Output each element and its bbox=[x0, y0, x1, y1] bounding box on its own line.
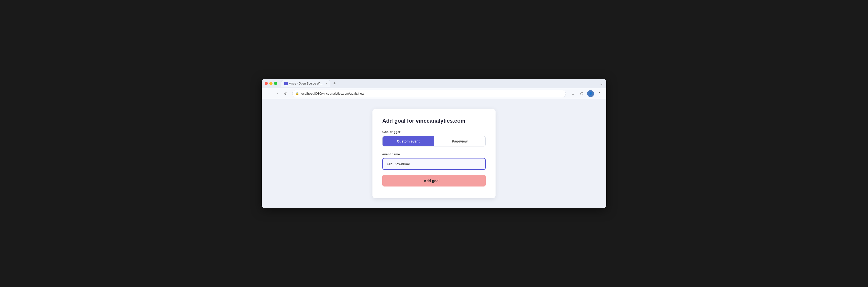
goal-trigger-label: Goal trigger bbox=[382, 130, 486, 134]
custom-event-button[interactable]: Custom event bbox=[382, 136, 434, 146]
title-bar: vince · Open Source Web Ana × + ⌄ bbox=[262, 79, 606, 88]
tab-title: vince · Open Source Web Ana bbox=[289, 82, 323, 85]
traffic-lights bbox=[265, 82, 277, 85]
add-goal-button[interactable]: Add goal → bbox=[382, 175, 486, 186]
modal-title: Add goal for vinceanalytics.com bbox=[382, 118, 486, 124]
new-tab-button[interactable]: + bbox=[331, 80, 338, 87]
back-button[interactable]: ← bbox=[265, 90, 272, 97]
maximize-button[interactable] bbox=[274, 82, 277, 85]
menu-button[interactable]: ⋮ bbox=[596, 90, 603, 97]
page-content: Add goal for vinceanalytics.com Goal tri… bbox=[262, 99, 606, 208]
forward-button[interactable]: → bbox=[274, 90, 280, 97]
lock-icon: 🔒 bbox=[296, 92, 299, 95]
address-bar[interactable]: 🔒 localhost:8080/vinceanalytics.com/goal… bbox=[292, 90, 566, 97]
window-dropdown[interactable]: ⌄ bbox=[600, 81, 603, 86]
active-tab[interactable]: vince · Open Source Web Ana × bbox=[281, 80, 330, 87]
tab-close-button[interactable]: × bbox=[326, 82, 327, 85]
goal-trigger-toggle: Custom event Pageview bbox=[382, 136, 486, 146]
close-button[interactable] bbox=[265, 82, 268, 85]
minimize-button[interactable] bbox=[269, 82, 273, 85]
event-name-label: event name bbox=[382, 152, 486, 156]
pageview-button[interactable]: Pageview bbox=[434, 136, 486, 146]
account-button[interactable]: 👤 bbox=[587, 90, 594, 97]
add-goal-modal: Add goal for vinceanalytics.com Goal tri… bbox=[372, 109, 496, 198]
nav-bar: ← → ↺ 🔒 localhost:8080/vinceanalytics.co… bbox=[262, 88, 606, 99]
event-name-input[interactable] bbox=[382, 158, 486, 170]
tab-favicon bbox=[284, 82, 288, 85]
bookmark-button[interactable]: ☆ bbox=[569, 90, 576, 97]
tab-area: vince · Open Source Web Ana × + bbox=[281, 80, 598, 87]
address-text: localhost:8080/vinceanalytics.com/goals/… bbox=[301, 92, 364, 95]
browser-window: vince · Open Source Web Ana × + ⌄ ← → ↺ … bbox=[262, 79, 606, 208]
extensions-button[interactable]: ⬡ bbox=[578, 90, 585, 97]
account-icon: 👤 bbox=[589, 92, 592, 95]
nav-right-controls: ☆ ⬡ 👤 ⋮ bbox=[569, 90, 603, 97]
refresh-button[interactable]: ↺ bbox=[282, 90, 289, 97]
